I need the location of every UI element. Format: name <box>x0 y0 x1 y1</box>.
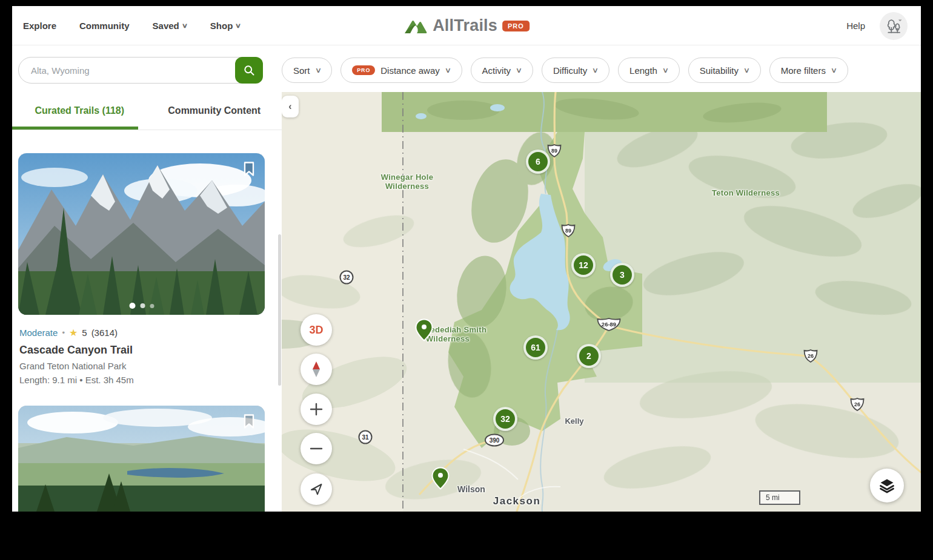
nav-saved[interactable]: Saved∨ <box>153 21 187 31</box>
map-label-jackson: Jackson <box>493 495 541 507</box>
map-locate-button[interactable] <box>300 473 332 505</box>
highway-shield-26: 26 <box>803 349 818 366</box>
map-label-jedediah-smith-wilderness: Jedediah Smith Wilderness <box>426 325 486 343</box>
plus-icon <box>310 403 323 416</box>
difficulty-label: Moderate <box>19 328 58 338</box>
map-zoom-in-button[interactable] <box>300 394 332 425</box>
top-navigation: Explore Community Saved∨ Shop∨ AllTrails… <box>12 6 921 45</box>
help-link[interactable]: Help <box>846 6 865 45</box>
tab-curated-trails[interactable]: Curated Trails (118) <box>12 92 147 130</box>
nav-shop-label: Shop <box>210 21 233 31</box>
filter-distance-away[interactable]: PRODistance away∨ <box>340 58 462 83</box>
nav-community[interactable]: Community <box>79 21 130 31</box>
trail-photo-valley <box>18 406 265 512</box>
map-label-teton-wilderness: Teton Wilderness <box>712 188 780 197</box>
map-layers-button[interactable] <box>870 469 904 502</box>
results-panel: Curated Trails (118) Community Content <box>12 92 282 512</box>
nav-shop[interactable]: Shop∨ <box>210 21 241 31</box>
map-canvas[interactable]: Winegar Hole Wilderness Teton Wilderness… <box>282 92 921 512</box>
filter-suitability-label: Suitability <box>700 65 739 76</box>
trail-cluster-marker[interactable]: 2 <box>577 344 601 368</box>
chevron-down-icon: ∨ <box>831 66 837 74</box>
collapse-panel-button[interactable]: ‹ <box>282 96 299 117</box>
nav-explore-label: Explore <box>23 21 56 31</box>
trail-cluster-marker[interactable]: 32 <box>493 407 517 431</box>
trail-rating-line: Moderate • ★ 5 (3614) <box>19 327 268 338</box>
trail-pin-marker[interactable] <box>431 467 450 490</box>
trail-title: Cascade Canyon Trail <box>19 344 268 357</box>
mountain-logo-icon <box>403 17 428 35</box>
map-3d-button[interactable]: 3D <box>300 314 332 346</box>
trail-cluster-marker[interactable]: 6 <box>526 150 550 174</box>
filter-length-label: Length <box>629 65 657 76</box>
active-tab-underline <box>12 127 138 130</box>
trail-cluster-marker[interactable]: 3 <box>610 263 634 287</box>
bookmark-icon[interactable] <box>241 413 257 430</box>
highway-shield-32: 32 <box>340 271 354 285</box>
trail-cluster-marker[interactable]: 61 <box>523 335 548 360</box>
screenshot-frame: Explore Community Saved∨ Shop∨ AllTrails… <box>0 0 933 560</box>
filter-sort-label: Sort <box>293 65 310 76</box>
svg-text:26: 26 <box>808 353 814 359</box>
map-scale-bar: 5 mi <box>759 490 800 505</box>
map-zoom-out-button[interactable] <box>300 433 332 464</box>
separator-dot: • <box>62 328 65 337</box>
filter-length[interactable]: Length∨ <box>618 58 680 83</box>
review-count: (3614) <box>91 328 118 338</box>
panel-scrollbar[interactable] <box>278 234 281 386</box>
filter-suitability[interactable]: Suitability∨ <box>688 58 761 83</box>
search-input[interactable] <box>18 57 263 84</box>
filter-difficulty[interactable]: Difficulty∨ <box>542 58 609 83</box>
pro-badge: PRO <box>352 65 375 75</box>
highway-shield-26: 26 <box>849 397 865 414</box>
minus-icon <box>310 442 323 455</box>
chevron-down-icon: ∨ <box>662 66 669 74</box>
chevron-down-icon: ∨ <box>444 66 451 74</box>
highway-shield-390: 390 <box>485 434 504 447</box>
scale-label: 5 mi <box>766 493 780 502</box>
svg-text:26: 26 <box>854 401 860 407</box>
map-label-winegar-hole-wilderness: Winegar Hole Wilderness <box>381 173 434 191</box>
chevron-down-icon: ∨ <box>516 66 522 74</box>
layers-icon <box>878 477 895 494</box>
trail-photo-mountains <box>18 153 265 315</box>
chevron-down-icon: ∨ <box>182 22 188 30</box>
trail-card-photo[interactable] <box>18 153 265 315</box>
navigation-arrow-icon <box>309 482 324 496</box>
highway-shield-31: 31 <box>359 430 373 444</box>
avatar[interactable] <box>880 12 908 40</box>
nav-explore[interactable]: Explore <box>23 21 56 31</box>
trail-card-photo[interactable] <box>18 406 265 512</box>
rating-value: 5 <box>82 328 87 338</box>
results-tabs: Curated Trails (118) Community Content <box>12 92 282 130</box>
filter-more[interactable]: More filters∨ <box>769 58 848 83</box>
svg-text:89: 89 <box>565 228 571 234</box>
carousel-dot <box>150 304 154 308</box>
highway-shield-26-89: 26-89 <box>596 317 622 334</box>
chevron-down-icon: ∨ <box>592 66 599 74</box>
carousel-dots[interactable] <box>129 303 154 309</box>
filter-sort[interactable]: Sort∨ <box>282 58 332 83</box>
pro-badge: PRO <box>502 21 530 31</box>
trail-pin-marker[interactable] <box>415 318 433 341</box>
nav-community-label: Community <box>79 21 130 31</box>
tab-community-content[interactable]: Community Content <box>147 92 282 130</box>
star-icon: ★ <box>69 327 78 338</box>
filter-activity[interactable]: Activity∨ <box>471 58 533 83</box>
filter-difficulty-label: Difficulty <box>553 65 587 76</box>
map-terrain <box>282 92 921 512</box>
search-box <box>18 57 263 84</box>
filter-activity-label: Activity <box>482 65 511 76</box>
search-button[interactable] <box>235 57 263 84</box>
bookmark-icon[interactable] <box>241 160 257 177</box>
alltrails-logo[interactable]: AllTrails PRO <box>403 6 530 45</box>
alltrails-app: Explore Community Saved∨ Shop∨ AllTrails… <box>12 6 921 512</box>
filter-more-label: More filters <box>781 65 826 76</box>
map-compass-button[interactable] <box>300 354 332 385</box>
nav-items: Explore Community Saved∨ Shop∨ <box>23 6 241 45</box>
carousel-dot-active <box>129 303 135 309</box>
trail-cluster-marker[interactable]: 12 <box>571 253 596 277</box>
trail-card-meta[interactable]: Moderate • ★ 5 (3614) Cascade Canyon Tra… <box>19 327 268 385</box>
brand-name: AllTrails <box>433 16 497 35</box>
chevron-down-icon: ∨ <box>314 66 321 74</box>
